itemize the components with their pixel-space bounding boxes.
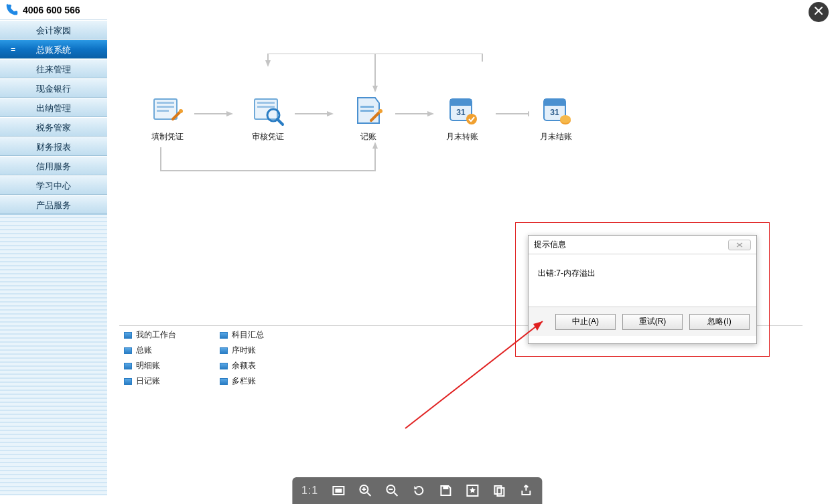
sidebar-background [0,214,107,495]
fullscreen-button[interactable] [332,484,345,497]
link-column-1: 我的工作台 总账 明细账 日记账 [124,329,218,391]
workflow-node-create-voucher[interactable]: 填制凭证 [134,94,201,143]
zoom-ratio: 1:1 [301,485,318,497]
save-button[interactable] [439,484,452,497]
fullscreen-icon [332,484,345,497]
svg-line-20 [277,119,283,124]
svg-rect-36 [335,489,342,493]
zoom-out-icon [385,484,399,497]
sidebar-item-receivables[interactable]: 往来管理 [0,59,107,78]
sidebar-item-reports[interactable]: 财务报表 [0,137,107,156]
quick-links: 我的工作台 总账 明细账 日记账 科目汇总 序时账 余额表 多栏账 [124,329,459,391]
svg-rect-21 [360,106,374,108]
voucher-audit-icon [251,94,285,127]
retry-button[interactable]: 重试(R) [622,314,683,330]
link-subject-summary[interactable]: 科目汇总 [220,329,314,341]
svg-marker-2 [372,142,378,149]
svg-rect-29 [544,99,565,106]
sidebar-item-cashier[interactable]: 出纳管理 [0,98,107,117]
post-icon [351,94,386,127]
svg-rect-14 [157,110,169,112]
svg-marker-6 [327,111,334,116]
close-button[interactable] [809,2,829,22]
workflow-label: 月未结账 [523,131,589,143]
workflow-label: 审核凭证 [234,131,301,143]
svg-marker-4 [226,111,233,116]
svg-point-15 [179,109,183,113]
svg-rect-18 [257,106,275,108]
link-column-2: 科目汇总 序时账 余额表 多栏账 [220,329,314,391]
share-icon [519,484,533,497]
zoom-out-button[interactable] [385,484,399,497]
phone-number: 4006 600 566 [23,5,80,15]
svg-rect-12 [157,102,174,104]
copy-button[interactable] [492,484,506,497]
voucher-create-icon [150,94,185,127]
save-icon [439,484,452,497]
link-multi-column[interactable]: 多栏账 [220,375,314,387]
svg-rect-13 [157,106,174,108]
favorite-button[interactable] [466,484,479,497]
svg-marker-0 [265,60,271,67]
sidebar-item-tax[interactable]: 税务管家 [0,117,107,137]
sidebar-item-learning[interactable]: 学习中心 [0,175,107,195]
dialog-highlight-box: 提示信息 出错:7-内存溢出 中止(A) 重试(R) 忽略(I) [515,222,770,357]
rotate-button[interactable] [412,484,425,497]
link-general-ledger[interactable]: 总账 [124,345,218,356]
link-chronological[interactable]: 序时账 [220,345,314,356]
svg-rect-22 [360,110,374,112]
svg-rect-17 [257,102,275,104]
svg-rect-45 [443,486,448,489]
workflow-node-audit-voucher[interactable]: 审核凭证 [234,94,301,143]
link-my-workbench[interactable]: 我的工作台 [124,329,218,341]
workflow-node-month-close[interactable]: 31 月未结账 [523,94,589,143]
svg-point-32 [560,115,571,123]
close-icon [813,5,824,19]
svg-line-42 [394,493,397,496]
svg-marker-1 [372,86,378,92]
zoom-in-button[interactable] [358,484,372,497]
sidebar-item-product-service[interactable]: 产品服务 [0,195,107,214]
phone-bar: 4006 600 566 [0,0,107,20]
link-journal[interactable]: 日记账 [124,375,218,387]
sidebar-item-accounting-home[interactable]: 会计家园 [0,20,107,39]
workflow-label: 填制凭证 [134,131,201,143]
rotate-icon [412,484,425,497]
svg-text:31: 31 [456,108,466,117]
close-icon [736,242,743,248]
calendar-close-icon: 31 [539,94,573,127]
dialog-title: 提示信息 [534,239,566,250]
dialog-close-button[interactable] [728,240,751,250]
svg-line-38 [367,493,370,496]
workflow-diagram: 填制凭证 审核凭证 记账 31 月末转账 31 月未结账 [121,54,589,201]
calendar-transfer-icon: 31 [445,94,480,127]
dialog-message: 出错:7-内存溢出 [538,268,596,278]
link-detail-ledger[interactable]: 明细账 [124,360,218,371]
zoom-in-icon [358,484,372,497]
dialog-button-row: 中止(A) 重试(R) 忽略(I) [529,307,756,336]
sidebar-item-cash-bank[interactable]: 现金银行 [0,78,107,98]
viewer-toolbar: 1:1 [292,477,542,504]
abort-button[interactable]: 中止(A) [555,314,616,330]
workflow-node-month-transfer[interactable]: 31 月末转账 [429,94,496,143]
error-dialog: 提示信息 出错:7-内存溢出 中止(A) 重试(R) 忽略(I) [528,235,757,344]
link-balance-sheet[interactable]: 余额表 [220,360,314,371]
copy-icon [492,484,506,497]
svg-rect-25 [450,99,472,106]
star-icon [466,484,479,497]
phone-icon [4,3,19,17]
dialog-titlebar: 提示信息 [529,236,756,254]
workflow-label: 月末转账 [429,131,496,143]
svg-point-27 [466,114,477,124]
sidebar-item-credit[interactable]: 信用服务 [0,156,107,175]
sidebar-item-general-ledger[interactable]: 总账系统 [0,39,107,59]
sidebar: 会计家园 总账系统 往来管理 现金银行 出纳管理 税务管家 财务报表 信用服务 … [0,20,107,495]
share-button[interactable] [519,484,533,497]
dialog-body: 出错:7-内存溢出 [529,254,756,307]
svg-point-23 [378,109,383,113]
workflow-node-post[interactable]: 记账 [335,94,402,143]
workflow-label: 记账 [335,131,402,143]
svg-text:31: 31 [550,108,559,117]
ignore-button[interactable]: 忽略(I) [689,314,750,330]
